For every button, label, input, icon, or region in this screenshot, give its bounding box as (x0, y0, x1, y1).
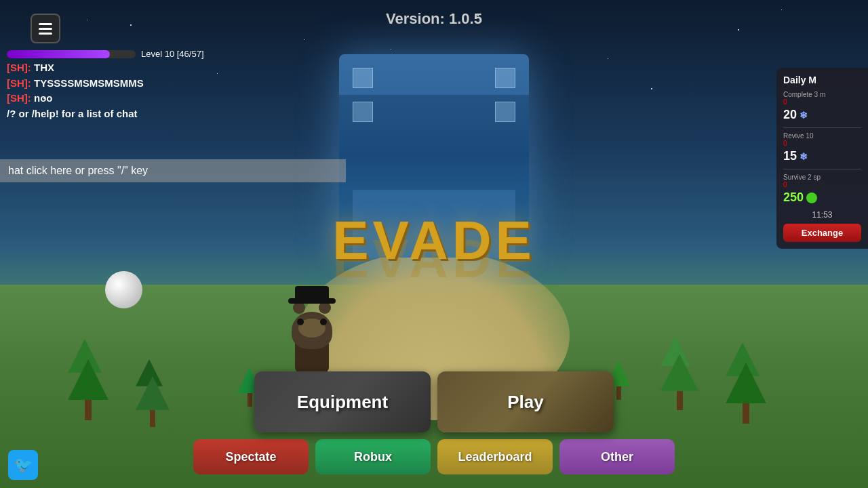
chat-hint[interactable]: hat click here or press "/" key (0, 159, 346, 182)
mission-divider (783, 169, 861, 169)
snowflake-icon-1: ❄ (800, 110, 808, 121)
daily-missions-panel: Daily M Complete 3 m 0 20 ❄ Revive 10 0 … (776, 68, 868, 249)
mission-reward-1: 20 ❄ (783, 108, 861, 122)
mission-desc-2: Revive 10 0 (783, 132, 861, 147)
mission-divider (783, 127, 861, 128)
equipment-label: Equipment (297, 392, 388, 413)
daily-missions-title: Daily M (783, 75, 861, 85)
chat-text: TYSSSSMSMSMSMMS (34, 77, 144, 89)
equipment-button[interactable]: Equipment (254, 371, 431, 432)
snowflake-icon-2: ❄ (800, 151, 808, 162)
level-progress-fill (7, 50, 110, 58)
level-progress-bar (7, 50, 136, 58)
version-text: Version: 1.0.5 (386, 10, 482, 28)
chat-message: [SH]: THX (7, 60, 339, 76)
twitter-button[interactable]: 🐦 (8, 450, 38, 480)
other-button[interactable]: Other (559, 439, 675, 474)
level-text: Level 10 [46/57] (141, 49, 204, 59)
mission-count-1: 0 (783, 98, 787, 106)
chat-text: /? or /help! for a list of chat (7, 108, 138, 119)
mission-count-3: 0 (783, 181, 787, 188)
spectate-button[interactable]: Spectate (193, 439, 309, 474)
tree (136, 380, 170, 427)
exchange-button[interactable]: Exchange (783, 224, 861, 242)
tree (68, 359, 108, 420)
xp-icon (806, 192, 817, 203)
mission-desc-1: Complete 3 m 0 (783, 91, 861, 106)
chat-container: Level 10 [46/57] [SH]: THX [SH]: TYSSSSM… (0, 47, 346, 121)
game-title: EVADE (332, 209, 536, 272)
chat-text: THX (34, 62, 54, 73)
mission-item-3: Survive 2 sp 0 250 (783, 174, 861, 205)
chat-messages: [SH]: THX [SH]: TYSSSSMSMSMSMMS [SH]: no… (0, 60, 346, 121)
leaderboard-button[interactable]: Leaderboard (437, 439, 553, 474)
tree (726, 363, 766, 424)
mission-timer: 11:53 (783, 210, 861, 220)
level-bar-container: Level 10 [46/57] (0, 47, 346, 60)
mission-reward-2: 15 ❄ (783, 149, 861, 163)
main-buttons-row: Equipment Play (254, 371, 614, 432)
secondary-buttons-row: Spectate Robux Leaderboard Other (193, 439, 675, 474)
play-button[interactable]: Play (437, 371, 614, 432)
mission-item-1: Complete 3 m 0 20 ❄ (783, 91, 861, 122)
robux-button[interactable]: Robux (315, 439, 431, 474)
mission-reward-3: 250 (783, 190, 861, 205)
hamburger-icon (39, 22, 52, 36)
character (285, 312, 339, 373)
sphere (105, 271, 142, 308)
chat-name: [SH]: (7, 62, 31, 73)
mission-count-2: 0 (783, 140, 787, 147)
bottom-buttons: Equipment Play Spectate Robux Leaderboar… (193, 371, 675, 474)
chat-text: noo (34, 92, 53, 104)
menu-button[interactable] (31, 14, 60, 43)
chat-name: [SH]: (7, 92, 31, 104)
chat-message: /? or /help! for a list of chat (7, 106, 339, 122)
twitter-icon: 🐦 (14, 456, 33, 474)
chat-message: [SH]: TYSSSSMSMSMSMMS (7, 76, 339, 92)
mission-desc-3: Survive 2 sp 0 (783, 174, 861, 188)
chat-message: [SH]: noo (7, 91, 339, 106)
mission-item-2: Revive 10 0 15 ❄ (783, 132, 861, 163)
chat-name: [SH]: (7, 77, 31, 89)
play-label: Play (507, 392, 544, 413)
